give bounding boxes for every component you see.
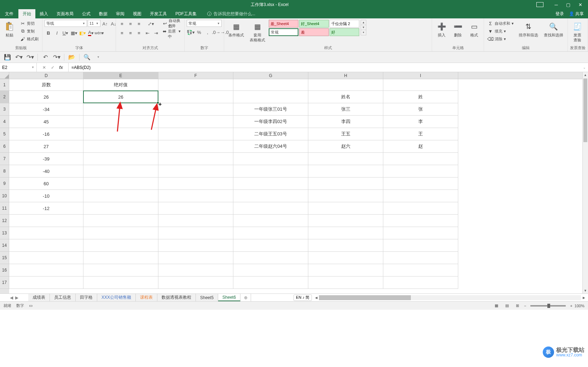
expand-formula-bar-icon[interactable]: ⌄ [581, 63, 588, 72]
cell-G11[interactable] [233, 202, 308, 215]
scroll-left-icon[interactable]: ◀ [313, 296, 319, 299]
cell-F14[interactable] [158, 239, 233, 252]
insert-cells-button[interactable]: ➕插入 [434, 20, 449, 39]
format-painter-button[interactable]: 🖌格式刷 [18, 35, 40, 42]
cell-G8[interactable] [233, 165, 308, 177]
accounting-format-icon[interactable]: 💱▾ [187, 28, 194, 36]
scroll-down-icon[interactable]: ▼ [583, 288, 588, 293]
align-bottom-icon[interactable]: ≡ [135, 20, 143, 28]
cancel-formula-icon[interactable]: ✕ [41, 65, 48, 70]
cell-F3[interactable] [158, 103, 233, 116]
cell-G9[interactable] [233, 177, 308, 190]
font-color-button[interactable]: A▾ [87, 29, 95, 37]
cell-D6[interactable]: 27 [9, 140, 83, 153]
row-header-5[interactable]: 5 [0, 128, 9, 140]
cell-I1[interactable] [383, 79, 458, 91]
clear-button[interactable]: ⌫清除▾ [486, 35, 515, 42]
style-thousand-sep[interactable]: 千位分隔 2 [330, 20, 359, 28]
style-good-sheet4[interactable]: 好_Sheet4 [299, 20, 329, 28]
sheet-tab-数据透视表教程[interactable]: 数据透视表教程 [157, 294, 196, 301]
cell-H13[interactable] [308, 227, 383, 239]
scroll-right-icon[interactable]: ▶ [581, 296, 587, 299]
style-good[interactable]: 好 [330, 28, 359, 36]
cell-G10[interactable] [233, 190, 308, 202]
cell-F16[interactable] [158, 264, 233, 276]
column-header-F[interactable]: F [158, 72, 233, 79]
ribbon-display-options-icon[interactable] [536, 2, 543, 7]
row-header-9[interactable]: 9 [0, 177, 9, 190]
cell-I6[interactable]: 赵 [383, 140, 458, 153]
row-header-6[interactable]: 6 [0, 140, 9, 153]
sheet-tab-员工信息[interactable]: 员工信息 [50, 294, 76, 301]
insert-function-icon[interactable]: fx [58, 65, 65, 70]
increase-font-icon[interactable]: A↑ [101, 20, 109, 28]
format-cells-button[interactable]: ▭格式 [467, 20, 482, 39]
row-header-11[interactable]: 11 [0, 202, 9, 215]
cell-E4[interactable] [83, 116, 158, 128]
cell-D11[interactable]: -12 [9, 202, 83, 215]
zoom-level[interactable]: 100% [575, 304, 584, 308]
cell-E11[interactable] [83, 202, 158, 215]
tab-page-layout[interactable]: 页面布局 [52, 9, 78, 18]
row-header-2[interactable]: 2 [0, 91, 9, 103]
row-header-7[interactable]: 7 [0, 153, 9, 165]
number-format-combo[interactable]: 常规▼ [187, 20, 222, 27]
zoom-out-icon[interactable]: − [524, 304, 526, 308]
cell-H5[interactable]: 王五 [308, 128, 383, 140]
cell-H14[interactable] [308, 239, 383, 252]
cell-H11[interactable] [308, 202, 383, 215]
cell-D1[interactable]: 原数 [9, 79, 83, 91]
cell-D4[interactable]: 45 [9, 116, 83, 128]
page-break-view-icon[interactable]: ⊞ [513, 303, 522, 309]
sort-filter-button[interactable]: ⇅排序和筛选 [517, 20, 540, 39]
sheet-tab-课程表[interactable]: 课程表 [136, 294, 157, 301]
cell-G16[interactable] [233, 264, 308, 276]
font-name-combo[interactable]: 等线▼ [45, 20, 87, 27]
increase-decimal-icon[interactable]: .0→ [212, 28, 220, 36]
cell-H4[interactable]: 李四 [308, 116, 383, 128]
cell-I15[interactable] [383, 252, 458, 264]
align-top-icon[interactable]: ≡ [118, 20, 126, 28]
paste-button[interactable]: 粘贴 [2, 20, 17, 39]
cell-F17[interactable] [158, 276, 233, 289]
cell-E7[interactable] [83, 153, 158, 165]
login-button[interactable]: 登录 [555, 11, 564, 17]
cell-D17[interactable] [9, 276, 83, 289]
horizontal-scrollbar[interactable]: ◀ ▶ [312, 294, 588, 301]
cell-E16[interactable] [83, 264, 158, 276]
bold-button[interactable]: B [45, 29, 52, 37]
new-sheet-button[interactable]: ⊕ [240, 294, 251, 301]
tab-home[interactable]: 开始 [18, 9, 35, 18]
cell-F6[interactable] [158, 140, 233, 153]
underline-button[interactable]: U▾ [62, 29, 69, 37]
cell-E14[interactable] [83, 239, 158, 252]
find-select-button[interactable]: 🔍查找和选择 [542, 20, 565, 39]
cell-E8[interactable] [83, 165, 158, 177]
sheet-tab-Sheet6[interactable]: Sheet6 [218, 294, 240, 301]
spreadsheet[interactable]: DEFGHI 1234567891011121314151617 原数绝对值26… [0, 72, 588, 293]
row-header-13[interactable]: 13 [0, 227, 9, 239]
cell-H1[interactable] [308, 79, 383, 91]
border-button[interactable]: ▦▾ [70, 29, 78, 37]
format-as-table-button[interactable]: ▦套用 表格格式 [248, 20, 267, 44]
cell-I10[interactable] [383, 190, 458, 202]
cell-D9[interactable]: 60 [9, 177, 83, 190]
cell-G15[interactable] [233, 252, 308, 264]
row-header-1[interactable]: 1 [0, 79, 9, 91]
row-header-15[interactable]: 15 [0, 252, 9, 264]
maximize-button[interactable]: ▢ [565, 2, 572, 7]
cell-H6[interactable]: 赵六 [308, 140, 383, 153]
name-box[interactable]: E2▼ [0, 63, 37, 72]
cell-H12[interactable] [308, 215, 383, 227]
phonetic-button[interactable]: wén▾ [95, 29, 103, 37]
cell-D5[interactable]: -16 [9, 128, 83, 140]
merge-center-button[interactable]: ⬌合并后居中▾ [161, 28, 182, 35]
cell-D8[interactable]: -40 [9, 165, 83, 177]
tab-file[interactable]: 文件 [0, 9, 18, 18]
cell-H9[interactable] [308, 177, 383, 190]
tab-review[interactable]: 审阅 [112, 9, 129, 18]
select-all-corner[interactable] [0, 72, 9, 79]
scroll-up-icon[interactable]: ▲ [583, 72, 588, 78]
style-bad[interactable]: 差 [299, 28, 329, 36]
cell-G1[interactable] [233, 79, 308, 91]
